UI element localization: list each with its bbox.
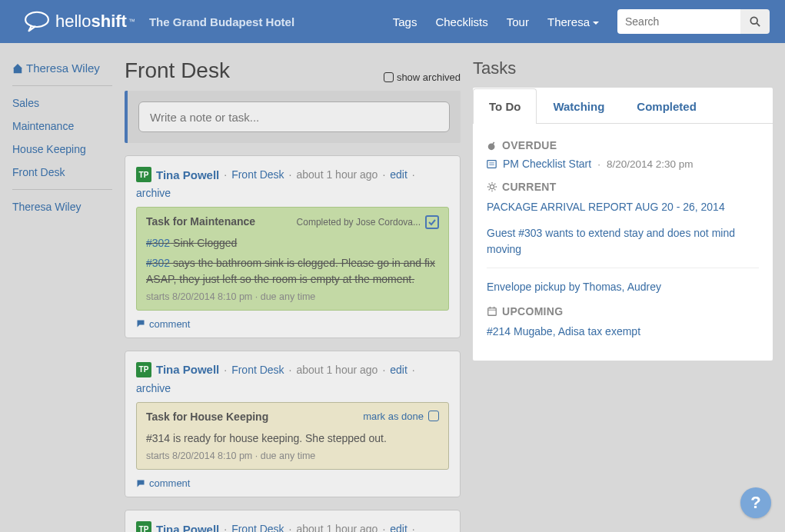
search-button[interactable] [740, 9, 770, 34]
tabs: To Do Watching Completed [473, 88, 773, 124]
post-author[interactable]: Tina Powell [156, 363, 219, 376]
task-box: Task for House Keeping mark as done #314… [136, 402, 449, 470]
post-card: TP Tina Powell · Front Desk · about 1 ho… [125, 510, 461, 532]
comment-icon [136, 319, 145, 328]
post-dept-link[interactable]: Front Desk [231, 364, 284, 376]
task-item[interactable]: #214 Mugabe, Adisa tax exempt [487, 324, 759, 339]
post-time: about 1 hour ago [297, 168, 378, 181]
nav-user-label: Theresa [547, 15, 590, 28]
svg-point-3 [488, 143, 495, 150]
help-button[interactable]: ? [740, 487, 771, 518]
edit-link[interactable]: edit [390, 168, 407, 181]
sidebar-user[interactable]: Theresa Wiley [12, 62, 112, 75]
layout: Theresa Wiley Sales Maintenance House Ke… [0, 43, 785, 532]
post-time: about 1 hour ago [297, 364, 378, 376]
task-item[interactable]: Envelope pickup by Thomas, Audrey [487, 279, 759, 294]
section-label: CURRENT [502, 181, 557, 193]
top-right: Tags Checklists Tour Theresa [393, 9, 770, 34]
task-body: #302 says the bathroom sink is clogged. … [146, 255, 439, 287]
svg-line-2 [757, 23, 760, 26]
avatar: TP [136, 167, 151, 182]
search-icon [750, 16, 760, 27]
sidebar-item-housekeeping[interactable]: House Keeping [12, 143, 112, 155]
comment-link[interactable]: comment [136, 477, 449, 489]
svg-point-8 [490, 185, 494, 188]
svg-rect-9 [488, 308, 497, 316]
task-item-date: 8/20/2014 2:30 pm [607, 158, 694, 170]
list-icon [487, 159, 497, 169]
logo-text-a: hello [55, 12, 91, 32]
post-card: TP Tina Powell · Front Desk · about 1 ho… [125, 155, 461, 338]
nav-user-dropdown[interactable]: Theresa [547, 15, 599, 28]
section-upcoming: UPCOMING [487, 305, 759, 318]
task-item[interactable]: PM Checklist Start · 8/20/2014 2:30 pm [487, 158, 759, 170]
sidebar: Theresa Wiley Sales Maintenance House Ke… [12, 58, 112, 224]
nav-tags[interactable]: Tags [393, 15, 417, 28]
post-dept-link[interactable]: Front Desk [231, 523, 284, 532]
check-icon[interactable] [425, 215, 439, 229]
svg-point-0 [25, 12, 48, 27]
archive-link[interactable]: archive [136, 382, 171, 394]
panel-body: OVERDUE PM Checklist Start · 8/20/2014 2… [473, 124, 773, 361]
divider [487, 268, 759, 268]
show-archived-toggle[interactable]: show archived [384, 71, 461, 83]
checkbox-icon [428, 411, 439, 421]
comment-label: comment [149, 477, 190, 489]
speech-bubble-icon [23, 11, 51, 32]
tab-completed[interactable]: Completed [620, 88, 713, 124]
logo-text-b: shift [91, 12, 126, 32]
task-subject: #302 Sink Clogged [146, 235, 439, 251]
nav-tour[interactable]: Tour [507, 15, 529, 28]
home-icon [12, 63, 23, 74]
post-author[interactable]: Tina Powell [156, 523, 219, 532]
show-archived-label: show archived [397, 71, 461, 83]
sidebar-item-frontdesk[interactable]: Front Desk [12, 166, 112, 178]
hotel-name: The Grand Budapest Hotel [149, 15, 294, 28]
svg-point-1 [750, 17, 757, 24]
sidebar-item-sales[interactable]: Sales [12, 97, 112, 109]
room-tag[interactable]: #302 [146, 257, 173, 269]
avatar: TP [136, 521, 151, 532]
caret-down-icon [593, 22, 599, 25]
comment-label: comment [149, 318, 190, 330]
completed-by: Completed by Jose Cordova... [297, 215, 439, 229]
logo[interactable]: helloshift™ [23, 11, 135, 32]
tab-watching[interactable]: Watching [537, 88, 620, 124]
mark-done-link[interactable]: mark as done [363, 411, 439, 422]
task-item[interactable]: Guest #303 wants to extend stay and does… [487, 225, 759, 257]
task-title: Task for House Keeping [146, 411, 268, 423]
post-author[interactable]: Tina Powell [156, 168, 219, 181]
archive-link[interactable]: archive [136, 187, 171, 199]
comment-link[interactable]: comment [136, 318, 449, 330]
svg-rect-5 [487, 160, 496, 168]
compose-input[interactable] [138, 101, 450, 132]
divider [12, 189, 112, 190]
sidebar-item-self[interactable]: Theresa Wiley [12, 201, 112, 213]
section-overdue: OVERDUE [487, 139, 759, 151]
section-label: OVERDUE [502, 139, 557, 151]
mark-done-label: mark as done [363, 411, 424, 422]
task-meta: starts 8/20/2014 8:10 pm · due any time [146, 291, 439, 302]
divider [12, 85, 112, 86]
page-title-row: Front Desk show archived [125, 58, 461, 83]
logo-tm: ™ [128, 18, 135, 25]
post-dept-link[interactable]: Front Desk [231, 168, 284, 181]
search-input[interactable] [617, 9, 740, 34]
sidebar-user-label: Theresa Wiley [26, 62, 100, 75]
room-tag[interactable]: #302 [146, 237, 170, 249]
top-bar: helloshift™ The Grand Budapest Hotel Tag… [0, 0, 785, 43]
gear-icon [487, 181, 497, 192]
tab-todo[interactable]: To Do [473, 88, 537, 124]
post-time: about 1 hour ago [297, 523, 378, 532]
sidebar-item-maintenance[interactable]: Maintenance [12, 120, 112, 132]
task-item[interactable]: PACKAGE ARRIVAL REPORT AUG 20 - 26, 2014 [487, 199, 759, 214]
tasks-panel-box: To Do Watching Completed OVERDUE PM Chec… [473, 88, 773, 361]
tasks-panel: Tasks To Do Watching Completed OVERDUE P… [473, 58, 773, 361]
section-current: CURRENT [487, 181, 759, 193]
page-title: Front Desk [125, 58, 230, 83]
edit-link[interactable]: edit [390, 364, 407, 376]
nav-checklists[interactable]: Checklists [435, 15, 487, 28]
edit-link[interactable]: edit [390, 523, 407, 532]
post-head: TP Tina Powell · Front Desk · about 1 ho… [136, 167, 449, 199]
calendar-icon [487, 306, 497, 317]
